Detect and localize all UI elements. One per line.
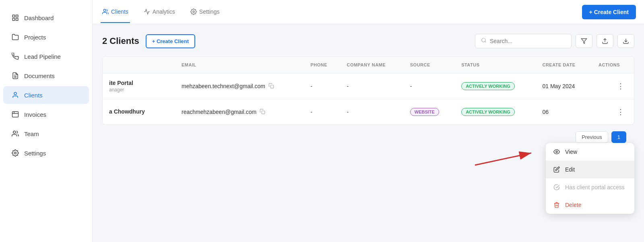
context-menu-edit[interactable]: Edit [546, 161, 634, 178]
file-edit-icon [11, 72, 19, 80]
client-name-2: a Chowdhury [109, 108, 169, 115]
client-name-1: ite Portal [109, 80, 169, 86]
table-header-row: EMAIL PHONE COMPANY NAME SOURCE STATUS C… [103, 57, 634, 73]
svg-point-13 [193, 11, 194, 12]
create-client-top-button[interactable]: + Create Client [582, 5, 636, 19]
context-menu: View Edit Has client portal access Delet… [546, 143, 634, 214]
client-source-1: - [404, 73, 455, 99]
col-status: STATUS [455, 57, 536, 73]
client-name-cell: ite Portal anager [103, 73, 175, 99]
sidebar-item-invoices[interactable]: Invoices [3, 105, 89, 123]
copy-icon-1[interactable] [268, 83, 274, 90]
svg-rect-0 [12, 15, 14, 17]
eye-icon [553, 148, 560, 155]
client-company-1: - [340, 73, 403, 99]
svg-point-10 [13, 131, 16, 133]
svg-point-14 [482, 38, 485, 42]
tab-settings[interactable]: Settings [189, 1, 221, 23]
svg-point-6 [14, 92, 17, 95]
sidebar-item-projects[interactable]: Projects [3, 28, 89, 46]
sidebar-item-documents[interactable]: Documents [3, 67, 89, 85]
svg-rect-3 [16, 19, 18, 21]
tab-settings-label: Settings [199, 8, 220, 15]
table-row: a Chowdhury reachmehzabeen@gmail.com [103, 99, 634, 125]
tabs-container: Clients Analytics Settings [101, 1, 221, 23]
team-icon [11, 130, 19, 138]
client-date-1: 01 May 2024 [536, 73, 592, 99]
col-create-date: CREATE DATE [536, 57, 592, 73]
svg-rect-20 [262, 111, 265, 114]
client-email-cell-2: reachmehzabeen@gmail.com [175, 99, 304, 125]
create-client-outline-button[interactable]: + Create Client [146, 34, 195, 48]
copy-icon-2[interactable] [260, 109, 265, 116]
clients-count-title: 2 Clients [102, 36, 139, 46]
tab-analytics[interactable]: Analytics [142, 1, 177, 23]
sidebar-item-label: Settings [24, 150, 46, 157]
context-menu-portal-access: Has client portal access [546, 178, 634, 196]
sidebar-item-dashboard[interactable]: Dashboard [3, 9, 89, 27]
settings-icon [11, 149, 19, 157]
clients-header-left: 2 Clients + Create Client [102, 34, 195, 48]
sidebar-item-label: Clients [24, 92, 43, 99]
tab-clients[interactable]: Clients [101, 1, 130, 23]
sidebar-item-label: Documents [24, 72, 55, 79]
check-circle-icon [553, 184, 560, 191]
sidebar-item-team[interactable]: Team [3, 125, 89, 143]
sidebar-item-label: Invoices [24, 111, 46, 118]
client-name-cell-2: a Chowdhury [103, 99, 175, 125]
previous-button[interactable]: Previous [576, 131, 608, 143]
sidebar-item-settings[interactable]: Settings [3, 144, 89, 162]
upload-button[interactable] [597, 34, 613, 48]
col-email: EMAIL [175, 57, 304, 73]
people-icon [102, 8, 109, 15]
table-row: ite Portal anager mehzabeen.technext@gma… [103, 73, 634, 99]
portal-access-label: Has client portal access [565, 184, 625, 190]
sidebar-item-label: Projects [24, 34, 46, 41]
svg-point-21 [556, 151, 557, 153]
sidebar: Dashboard Projects Lead Pipeline Documen… [0, 0, 93, 242]
invoice-icon [11, 110, 19, 118]
filter-button[interactable] [576, 34, 592, 48]
client-status-1: ACTIVELY WORKING [455, 73, 536, 99]
clients-table: EMAIL PHONE COMPANY NAME SOURCE STATUS C… [102, 56, 634, 125]
svg-line-15 [485, 41, 486, 43]
email-text-2: reachmehzabeen@gmail.com [182, 109, 256, 115]
view-label: View [565, 149, 577, 155]
client-company-2: - [340, 99, 403, 125]
context-menu-delete[interactable]: Delete [546, 196, 634, 214]
sidebar-item-lead-pipeline[interactable]: Lead Pipeline [3, 48, 89, 65]
context-menu-view[interactable]: View [546, 143, 634, 161]
clients-header-right [475, 34, 634, 48]
grid-icon [11, 14, 19, 22]
download-button[interactable] [617, 34, 634, 48]
col-actions: ACTIONS [592, 57, 634, 73]
source-badge-2: WEBSITE [410, 108, 439, 116]
client-actions-1: ⋮ [592, 73, 634, 99]
trash-icon [553, 201, 560, 209]
sidebar-item-clients[interactable]: Clients [3, 86, 89, 104]
content-area: 2 Clients + Create Client [93, 24, 644, 242]
sidebar-item-label: Lead Pipeline [24, 53, 61, 60]
person-icon [11, 91, 19, 99]
search-icon [481, 37, 487, 45]
client-role-1: anager [109, 87, 169, 93]
client-email-cell-1: mehzabeen.technext@gmail.com [175, 73, 304, 99]
search-box [475, 34, 572, 48]
edit-label: Edit [565, 166, 575, 173]
analytics-icon [144, 8, 150, 15]
actions-menu-button-1[interactable]: ⋮ [614, 80, 627, 92]
page-1-button[interactable]: 1 [611, 131, 626, 143]
svg-line-23 [475, 153, 531, 165]
main-content: Clients Analytics Settings + Create Clie… [93, 0, 644, 242]
actions-menu-button-2[interactable]: ⋮ [614, 106, 627, 118]
client-source-2: WEBSITE [404, 99, 455, 125]
svg-rect-2 [12, 19, 14, 21]
col-source: SOURCE [404, 57, 455, 73]
delete-label: Delete [565, 202, 581, 208]
client-phone-2: - [304, 99, 340, 125]
folder-icon [11, 33, 19, 41]
search-input[interactable] [490, 38, 566, 44]
sidebar-item-label: Team [24, 130, 39, 137]
svg-rect-1 [16, 15, 18, 17]
client-phone-1: - [304, 73, 340, 99]
